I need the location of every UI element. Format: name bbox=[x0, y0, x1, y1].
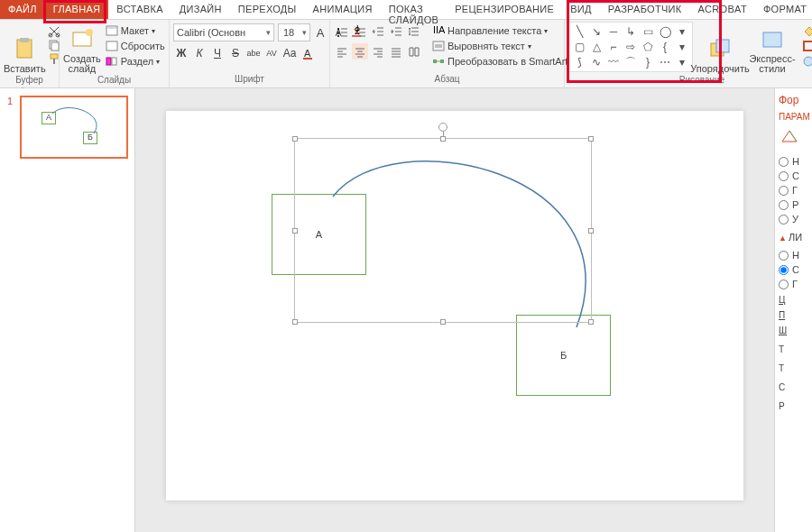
shape-curve-icon[interactable]: ⟆ bbox=[571, 55, 587, 69]
handle-w[interactable] bbox=[292, 228, 298, 234]
shape-arrow-icon[interactable]: ↘ bbox=[588, 24, 604, 39]
grow-font-button[interactable]: A bbox=[312, 24, 328, 41]
tab-home[interactable]: ГЛАВНАЯ bbox=[45, 0, 109, 19]
tab-acrobat[interactable]: ACROBAT bbox=[689, 0, 754, 19]
font-color-button[interactable]: A bbox=[300, 45, 316, 61]
reset-button[interactable]: Сбросить bbox=[103, 39, 168, 53]
italic-button[interactable]: К bbox=[191, 45, 208, 61]
justify-button[interactable] bbox=[388, 43, 404, 60]
shape-rbrace-icon[interactable]: } bbox=[640, 55, 656, 69]
shape-more2-icon[interactable]: ▾ bbox=[674, 40, 690, 54]
spacing-button[interactable]: AV bbox=[263, 45, 280, 61]
lopt-1[interactable]: С bbox=[779, 264, 808, 275]
prop-2[interactable]: Ш bbox=[779, 326, 808, 335]
columns-button[interactable] bbox=[406, 43, 422, 60]
shadow-button[interactable]: abe bbox=[245, 45, 262, 61]
shape-arc-icon[interactable]: ⌒ bbox=[623, 55, 639, 69]
shape-arrow2-icon[interactable]: ⇨ bbox=[623, 40, 639, 54]
opt-2[interactable]: Г bbox=[779, 185, 808, 196]
tab-developer[interactable]: РАЗРАБОТЧИК bbox=[600, 0, 690, 19]
linespacing-button[interactable] bbox=[406, 23, 422, 40]
tab-review[interactable]: РЕЦЕНЗИРОВАНИЕ bbox=[447, 0, 562, 19]
section-button[interactable]: Раздел▾ bbox=[103, 54, 168, 69]
align-right-button[interactable] bbox=[370, 43, 386, 60]
shape-free-icon[interactable]: ∿ bbox=[588, 55, 604, 69]
shape-elbow-icon[interactable]: ⌐ bbox=[605, 40, 622, 54]
handle-n[interactable] bbox=[440, 136, 446, 142]
shape-effects-button[interactable]: Эф bbox=[799, 54, 812, 69]
shape-fill-button[interactable]: За bbox=[799, 23, 812, 38]
indent-button[interactable] bbox=[388, 23, 404, 40]
lopt-0[interactable]: Н bbox=[779, 250, 808, 261]
copy-icon[interactable] bbox=[48, 39, 60, 51]
dedent-button[interactable] bbox=[370, 23, 386, 40]
font-size-select[interactable]: ▾ bbox=[278, 23, 310, 41]
handle-nw[interactable] bbox=[292, 136, 298, 142]
shape-more1-icon[interactable]: ▾ bbox=[674, 24, 690, 39]
font-size-input[interactable] bbox=[279, 27, 299, 38]
handle-s[interactable] bbox=[440, 319, 446, 325]
quick-styles-button[interactable]: Экспресс- стили bbox=[747, 22, 798, 74]
bullets-button[interactable] bbox=[334, 23, 350, 40]
shape-lbrace-icon[interactable]: { bbox=[657, 40, 673, 54]
underline-button[interactable]: Ч bbox=[209, 45, 226, 61]
prop-6[interactable]: Р bbox=[779, 401, 808, 411]
layout-button[interactable]: Макет▾ bbox=[103, 23, 168, 38]
arrange-button[interactable]: Упорядочить bbox=[695, 22, 745, 74]
handle-sw[interactable] bbox=[292, 319, 298, 325]
selection-box[interactable] bbox=[294, 138, 592, 323]
case-button[interactable]: Aa bbox=[281, 45, 298, 61]
cut-icon[interactable] bbox=[48, 25, 60, 38]
tab-view[interactable]: ВИД bbox=[562, 0, 600, 19]
shape-star-icon[interactable]: ⬠ bbox=[640, 40, 656, 54]
tab-format[interactable]: ФОРМАТ bbox=[755, 0, 812, 19]
shape-scribble-icon[interactable]: 〰 bbox=[605, 55, 622, 69]
tab-insert[interactable]: ВСТАВКА bbox=[108, 0, 171, 19]
shape-more3-icon[interactable]: ⋯ bbox=[657, 55, 673, 69]
tab-animations[interactable]: АНИМАЦИЯ bbox=[305, 0, 381, 19]
shape-triangle-icon[interactable]: △ bbox=[588, 40, 604, 54]
handle-e[interactable] bbox=[588, 228, 594, 234]
slide-surface[interactable]: А Б bbox=[166, 111, 743, 500]
text-direction-button[interactable]: ІІАНаправление текста▾ bbox=[429, 23, 577, 38]
handle-ne[interactable] bbox=[588, 136, 594, 142]
font-name-select[interactable]: ▾ bbox=[173, 23, 274, 41]
prop-1[interactable]: П bbox=[779, 310, 808, 320]
prop-5[interactable]: С bbox=[779, 382, 808, 392]
shape-roundrect-icon[interactable]: ▢ bbox=[571, 40, 587, 54]
shape-outline-button[interactable]: Ко bbox=[799, 39, 812, 53]
paste-button[interactable]: Вставить bbox=[4, 22, 46, 74]
align-center-button[interactable] bbox=[352, 43, 368, 60]
opt-1[interactable]: С bbox=[779, 170, 808, 181]
shape-rect-icon[interactable]: ▭ bbox=[640, 24, 656, 39]
shape-expand-icon[interactable]: ▾ bbox=[674, 55, 690, 69]
strike-button[interactable]: S bbox=[227, 45, 244, 61]
prop-3[interactable]: Т bbox=[779, 344, 808, 354]
shape-oval-icon[interactable]: ◯ bbox=[657, 24, 673, 39]
bold-button[interactable]: Ж bbox=[173, 45, 189, 61]
font-name-input[interactable] bbox=[174, 27, 263, 38]
canvas[interactable]: А Б bbox=[135, 88, 774, 532]
align-left-button[interactable] bbox=[334, 43, 350, 60]
shapes-gallery[interactable]: ╲ ↘ ─ ↳ ▭ ◯ ▾ ▢ △ ⌐ ⇨ ⬠ { ▾ ⟆ ∿ 〰 ⌒ } ⋯ bbox=[568, 22, 693, 72]
rotate-handle[interactable] bbox=[438, 123, 448, 132]
line-section[interactable]: ▲ЛИ bbox=[779, 232, 808, 243]
fill-line-tab-icon[interactable] bbox=[779, 127, 800, 149]
prop-4[interactable]: Т bbox=[779, 363, 808, 373]
shape-connector-icon[interactable]: ↳ bbox=[623, 24, 639, 39]
lopt-2[interactable]: Г bbox=[779, 279, 808, 289]
tab-design[interactable]: ДИЗАЙН bbox=[171, 0, 230, 19]
align-text-button[interactable]: Выровнять текст▾ bbox=[429, 39, 577, 53]
shape-line-icon[interactable]: ╲ bbox=[571, 24, 587, 39]
numbering-button[interactable]: 12 bbox=[352, 23, 368, 40]
opt-0[interactable]: Н bbox=[779, 156, 808, 167]
tab-transitions[interactable]: ПЕРЕХОДЫ bbox=[230, 0, 305, 19]
format-painter-icon[interactable] bbox=[48, 52, 60, 65]
new-slide-button[interactable]: Создать слайд bbox=[63, 22, 101, 74]
handle-se[interactable] bbox=[588, 319, 594, 325]
opt-4[interactable]: У bbox=[779, 214, 808, 225]
tab-file[interactable]: ФАЙЛ bbox=[0, 0, 45, 19]
prop-0[interactable]: Ц bbox=[779, 295, 808, 305]
opt-3[interactable]: Р bbox=[779, 199, 808, 210]
smartart-button[interactable]: Преобразовать в SmartArt▾ bbox=[429, 54, 577, 69]
